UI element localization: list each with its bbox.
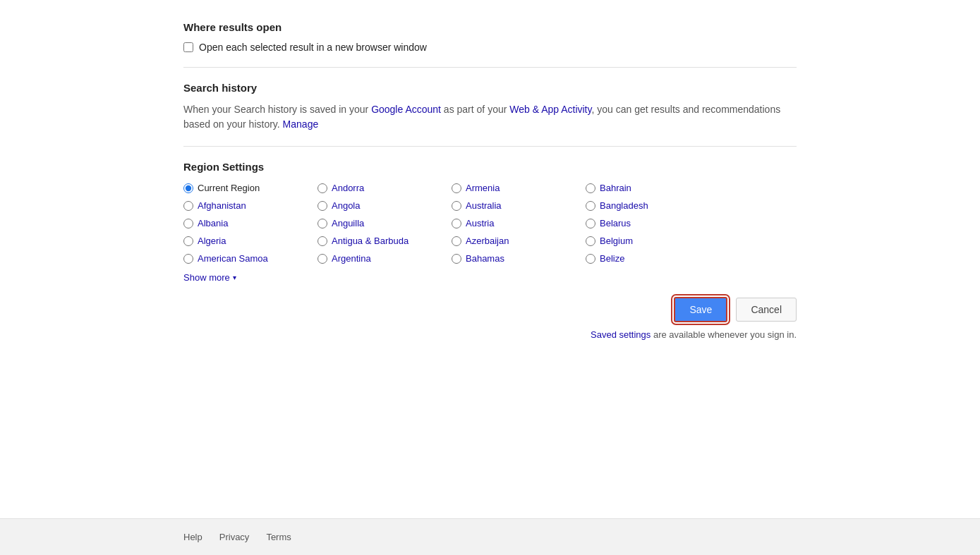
region-radio[interactable]: [183, 201, 193, 211]
region-radio[interactable]: [317, 236, 327, 246]
region-radio[interactable]: [317, 219, 327, 228]
region-label: Algeria: [198, 236, 226, 246]
manage-link[interactable]: Manage: [283, 118, 319, 130]
region-radio[interactable]: [183, 219, 193, 228]
region-radio[interactable]: [586, 236, 595, 246]
saved-settings-link[interactable]: Saved settings: [591, 329, 651, 340]
region-label: Angola: [332, 200, 360, 211]
search-history-description: When your Search history is saved in you…: [183, 102, 797, 132]
region-radio-item[interactable]: Albania: [183, 216, 317, 230]
region-label: Antigua & Barbuda: [332, 236, 409, 246]
region-radio[interactable]: [317, 254, 327, 264]
save-button[interactable]: Save: [674, 297, 727, 322]
region-label: Azerbaijan: [466, 236, 509, 246]
region-label: Armenia: [466, 183, 500, 193]
region-radio[interactable]: [452, 254, 461, 264]
region-label: Bangladesh: [600, 200, 648, 211]
footer: Help Privacy Terms: [0, 518, 980, 555]
region-radio-item[interactable]: Belarus: [586, 216, 720, 230]
new-window-label: Open each selected result in a new brows…: [199, 42, 427, 53]
search-history-section: Search history When your Search history …: [183, 68, 797, 147]
region-radio-item[interactable]: Andorra: [317, 181, 452, 195]
region-radio[interactable]: [183, 183, 193, 193]
actions-row: Save Cancel: [183, 283, 797, 329]
search-history-text1: When your Search history is saved in you…: [183, 104, 371, 115]
region-radio[interactable]: [586, 254, 595, 264]
web-app-activity-link[interactable]: Web & App Activity: [509, 104, 591, 115]
region-radio-item[interactable]: American Samoa: [183, 252, 317, 265]
region-radio-item[interactable]: Current Region: [183, 181, 317, 195]
show-more-arrow-icon: ▾: [233, 274, 236, 281]
region-radio[interactable]: [586, 201, 595, 211]
region-radio-item[interactable]: Bahamas: [452, 252, 586, 265]
region-radio[interactable]: [586, 219, 595, 228]
region-radio-item[interactable]: Anguilla: [317, 216, 452, 230]
region-radio[interactable]: [452, 201, 461, 211]
region-radio-item[interactable]: Bangladesh: [586, 199, 720, 212]
region-label: Austria: [466, 218, 494, 228]
saved-settings-rest: are available whenever you sign in.: [651, 329, 797, 340]
region-radio-item[interactable]: Australia: [452, 199, 586, 212]
region-radio-item[interactable]: Antigua & Barbuda: [317, 234, 452, 248]
region-radio[interactable]: [452, 219, 461, 228]
region-radio-item[interactable]: Austria: [452, 216, 586, 230]
region-radio-item[interactable]: Argentina: [317, 252, 452, 265]
footer-terms-link[interactable]: Terms: [266, 532, 291, 542]
search-history-text2: as part of your: [441, 104, 509, 115]
region-settings-title: Region Settings: [183, 161, 797, 173]
region-label: Australia: [466, 200, 502, 211]
show-more-button[interactable]: Show more ▾: [183, 272, 236, 283]
region-radio-item[interactable]: Algeria: [183, 234, 317, 248]
region-radio-item[interactable]: Belize: [586, 252, 720, 265]
region-settings-section: Region Settings Current RegionAndorraArm…: [183, 147, 797, 368]
where-results-open-title: Where results open: [183, 21, 797, 33]
new-window-checkbox-row[interactable]: Open each selected result in a new brows…: [183, 42, 797, 53]
region-radio[interactable]: [183, 254, 193, 264]
footer-help-link[interactable]: Help: [183, 532, 202, 542]
region-label: American Samoa: [198, 253, 268, 264]
region-grid: Current RegionAndorraArmeniaBahrainAfgha…: [183, 181, 797, 265]
region-label: Bahamas: [466, 253, 504, 264]
where-results-open-section: Where results open Open each selected re…: [183, 7, 797, 68]
region-radio[interactable]: [183, 236, 193, 246]
cancel-button[interactable]: Cancel: [736, 298, 797, 322]
region-label: Argentina: [332, 253, 371, 264]
new-window-checkbox[interactable]: [183, 42, 193, 52]
region-radio-item[interactable]: Armenia: [452, 181, 586, 195]
region-label: Current Region: [198, 183, 260, 193]
region-label: Afghanistan: [198, 200, 246, 211]
region-radio[interactable]: [452, 183, 461, 193]
region-radio[interactable]: [586, 183, 595, 193]
search-history-title: Search history: [183, 82, 797, 94]
saved-settings-text: Saved settings are available whenever yo…: [183, 329, 797, 354]
region-label: Albania: [198, 218, 228, 228]
region-label: Anguilla: [332, 218, 364, 228]
region-radio[interactable]: [452, 236, 461, 246]
footer-privacy-link[interactable]: Privacy: [219, 532, 250, 542]
region-radio-item[interactable]: Afghanistan: [183, 199, 317, 212]
region-label: Belize: [600, 253, 624, 264]
region-radio-item[interactable]: Angola: [317, 199, 452, 212]
region-label: Andorra: [332, 183, 364, 193]
region-radio[interactable]: [317, 201, 327, 211]
google-account-link[interactable]: Google Account: [371, 104, 441, 115]
region-radio-item[interactable]: Bahrain: [586, 181, 720, 195]
region-label: Bahrain: [600, 183, 631, 193]
region-radio-item[interactable]: Belgium: [586, 234, 720, 248]
region-radio[interactable]: [317, 183, 327, 193]
region-label: Belgium: [600, 236, 633, 246]
region-radio-item[interactable]: Azerbaijan: [452, 234, 586, 248]
region-label: Belarus: [600, 218, 631, 228]
show-more-label: Show more: [183, 272, 230, 283]
